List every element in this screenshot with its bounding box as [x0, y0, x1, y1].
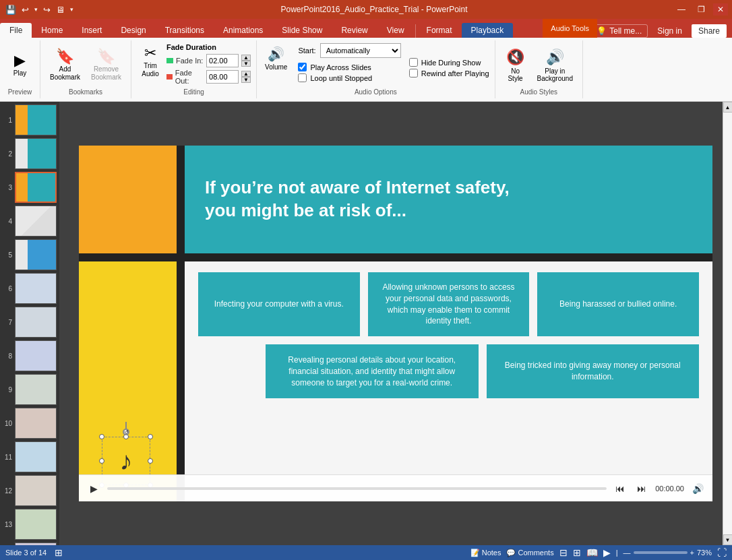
slide-thumb-12[interactable]: 12 — [3, 475, 57, 506]
slide-thumb-9[interactable]: 9 — [3, 374, 57, 405]
restore-button[interactable]: ❐ — [694, 3, 709, 15]
undo-icon[interactable]: ↩ — [20, 3, 30, 16]
notes-button[interactable]: 📝 Notes — [470, 549, 501, 557]
slide-thumb-3[interactable]: 3 — [3, 172, 57, 203]
tab-transitions[interactable]: Transitions — [156, 23, 214, 38]
scroll-up-arrow[interactable]: ▲ — [723, 102, 733, 113]
fade-out-down[interactable]: ▼ — [241, 77, 251, 83]
fade-out-spinner[interactable]: ▲ ▼ — [241, 71, 251, 83]
zoom-slider[interactable] — [634, 551, 688, 554]
view-slideshow-icon[interactable]: ▶ — [603, 547, 611, 558]
redo-icon[interactable]: ↪ — [42, 3, 52, 16]
fade-out-input[interactable]: 08.00 — [206, 70, 239, 84]
slide-thumbnail-1[interactable] — [15, 104, 57, 135]
play-across-checkbox[interactable] — [298, 63, 307, 71]
fade-out-up[interactable]: ▲ — [241, 71, 251, 77]
slide-thumbnail-3[interactable] — [15, 172, 57, 203]
undo-dropdown-icon[interactable]: ▾ — [33, 5, 39, 14]
tab-home[interactable]: Home — [32, 23, 72, 38]
hide-checkbox[interactable] — [409, 58, 418, 67]
volume-button[interactable]: 🔊 Volume — [262, 43, 290, 73]
handle-tr[interactable] — [148, 434, 153, 439]
play-button[interactable]: ▶ Play — [7, 51, 34, 80]
slide-thumbnail-13[interactable] — [15, 509, 57, 540]
zoom-out-icon[interactable]: — — [623, 549, 631, 557]
slide-thumbnail-4[interactable] — [15, 206, 57, 237]
tab-animations[interactable]: Animations — [214, 23, 272, 38]
customize-qat-icon[interactable]: ▾ — [69, 5, 75, 14]
close-button[interactable]: ✕ — [713, 3, 728, 15]
slide-thumbnail-6[interactable] — [15, 273, 57, 304]
slide-thumb-6[interactable]: 6 — [3, 273, 57, 304]
view-reading-icon[interactable]: 📖 — [586, 547, 598, 558]
slide-thumb-5[interactable]: 5 — [3, 239, 57, 270]
tab-slideshow[interactable]: Slide Show — [272, 23, 332, 38]
tab-review[interactable]: Review — [332, 23, 377, 38]
slide-panel[interactable]: 1 2 3 4 5 6 7 8 — [0, 102, 59, 545]
loop-checkbox[interactable] — [298, 73, 307, 82]
fade-in-spinner[interactable]: ▲ ▼ — [241, 55, 251, 67]
fade-in-input[interactable]: 02.00 — [206, 54, 239, 67]
view-slides-icon[interactable]: ⊞ — [573, 547, 581, 558]
slide-thumbnail-2[interactable] — [15, 138, 57, 169]
slide-thumbnail-11[interactable] — [15, 441, 57, 472]
rewind-checkbox[interactable] — [409, 69, 418, 77]
fit-to-window-icon[interactable]: ⛶ — [717, 547, 727, 558]
tab-insert[interactable]: Insert — [72, 23, 111, 38]
zoom-in-icon[interactable]: + — [690, 549, 694, 557]
minimize-button[interactable]: — — [673, 3, 690, 15]
scroll-down-arrow[interactable]: ▼ — [723, 534, 733, 545]
info-card-4[interactable]: Revealing personal details about your lo… — [266, 344, 479, 398]
sign-in-button[interactable]: Sign in — [652, 25, 688, 37]
fade-in-down[interactable]: ▼ — [241, 61, 251, 67]
slide-thumb-2[interactable]: 2 — [3, 138, 57, 169]
view-normal-icon[interactable]: ⊟ — [559, 547, 568, 558]
info-card-1[interactable]: Infecting your computer with a virus. — [198, 272, 360, 336]
tell-me-button[interactable]: 💡 Tell me... — [590, 24, 648, 38]
forward-audio-button[interactable]: ⏭ — [634, 480, 650, 497]
slide-thumbnail-8[interactable] — [15, 340, 57, 371]
no-style-button[interactable]: 🔇 NoStyle — [501, 46, 530, 85]
start-presenting-icon[interactable]: 🖥 — [55, 3, 66, 16]
rewind-audio-button[interactable]: ⏮ — [612, 480, 628, 497]
slide-thumb-11[interactable]: 11 — [3, 441, 57, 472]
zoom-control[interactable]: — + 73% — [623, 549, 712, 557]
play-audio-button[interactable]: ▶ — [86, 480, 102, 497]
slide-thumb-1[interactable]: 1 — [3, 104, 57, 135]
slide-thumbnail-7[interactable] — [15, 307, 57, 338]
slide-thumb-7[interactable]: 7 — [3, 307, 57, 338]
tab-playback[interactable]: Playback — [462, 23, 514, 38]
remove-bookmark-button[interactable]: 🔖 RemoveBookmark — [87, 46, 125, 84]
add-bookmark-button[interactable]: 🔖 AddBookmark — [46, 46, 84, 84]
volume-control-button[interactable]: 🔊 — [690, 480, 706, 497]
slide-canvas[interactable]: If you’re not aware of Internet safety, … — [79, 146, 712, 501]
slide-thumb-10[interactable]: 10 — [3, 408, 57, 439]
slide-panel-icon[interactable]: ⊞ — [55, 547, 63, 558]
vertical-scrollbar[interactable]: ▲ ▼ — [723, 102, 732, 545]
slide-thumb-4[interactable]: 4 — [3, 206, 57, 237]
audio-progress-bar[interactable] — [107, 487, 607, 490]
share-button[interactable]: Share — [692, 24, 727, 38]
slide-thumbnail-9[interactable] — [15, 374, 57, 405]
info-card-3[interactable]: Being harassed or bullied online. — [537, 272, 699, 336]
tab-view[interactable]: View — [377, 23, 414, 38]
handle-rm[interactable] — [148, 458, 153, 464]
slide-thumb-13[interactable]: 13 — [3, 509, 57, 540]
slide-thumbnail-12[interactable] — [15, 475, 57, 506]
slide-thumbnail-14[interactable] — [15, 542, 57, 545]
comments-button[interactable]: 💬 Comments — [506, 549, 553, 557]
tab-design[interactable]: Design — [111, 23, 155, 38]
handle-tl[interactable] — [99, 434, 104, 439]
slide-thumb-8[interactable]: 8 — [3, 340, 57, 371]
slide-thumbnail-10[interactable] — [15, 408, 57, 439]
info-card-5[interactable]: Being tricked into giving away money or … — [487, 344, 700, 398]
trim-audio-button[interactable]: ✂ TrimAudio — [137, 43, 164, 81]
slide-thumbnail-5[interactable] — [15, 239, 57, 270]
tab-file[interactable]: File — [0, 23, 32, 38]
tab-format[interactable]: Format — [417, 23, 462, 38]
info-card-2[interactable]: Allowing unknown persons to access your … — [368, 272, 530, 336]
save-icon[interactable]: 💾 — [4, 3, 18, 16]
fade-in-up[interactable]: ▲ — [241, 55, 251, 61]
rotate-handle[interactable]: ↺ — [123, 422, 129, 435]
handle-lm[interactable] — [99, 458, 104, 464]
